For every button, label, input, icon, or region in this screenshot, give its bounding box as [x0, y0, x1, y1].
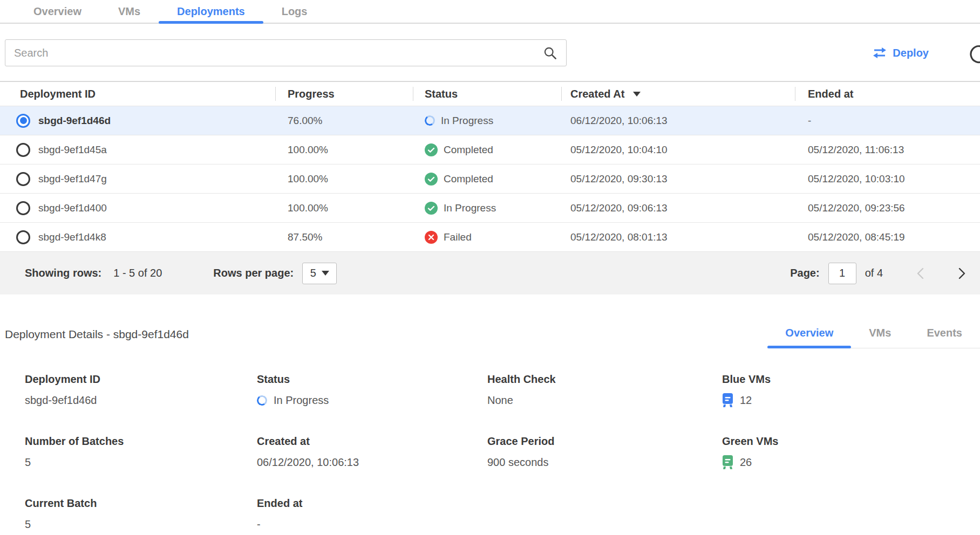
- status-label: In Progress: [444, 202, 496, 214]
- showing-rows-value: 1 - 5 of 20: [113, 267, 162, 279]
- green-vm-server-icon: [722, 455, 733, 469]
- status-label: Completed: [444, 173, 493, 185]
- details-title: Deployment Details - sbgd-9ef1d46d: [5, 328, 189, 348]
- created-at-value: 05/12/2020, 09:06:13: [561, 202, 795, 214]
- tab-vms[interactable]: VMs: [100, 0, 159, 23]
- table-row[interactable]: sbgd-9ef1d46d 76.00% In Progress 06/12/2…: [0, 106, 980, 135]
- toolbar: Deploy: [5, 39, 980, 66]
- details-tabbar: Overview VMs Events: [767, 327, 980, 348]
- ended-at-value: -: [795, 115, 980, 127]
- details-tab-vms[interactable]: VMs: [851, 327, 909, 348]
- ended-at-value: 05/12/2020, 11:06:13: [795, 144, 980, 156]
- deploy-button[interactable]: Deploy: [872, 47, 929, 59]
- field-current-batch: Current Batch 5: [25, 497, 257, 531]
- row-radio[interactable]: [16, 230, 30, 244]
- chevron-right-icon: [958, 267, 966, 280]
- refresh-icon[interactable]: [968, 44, 980, 65]
- completed-check-icon: [425, 143, 438, 156]
- search-box[interactable]: [5, 39, 567, 66]
- field-blue-vms: Blue VMs 12: [722, 373, 980, 407]
- deployment-id: sbgd-9ef1d4k8: [38, 231, 106, 243]
- rows-per-page-label: Rows per page:: [213, 267, 294, 279]
- table-footer: Showing rows: 1 - 5 of 20 Rows per page:…: [0, 251, 980, 294]
- page-number-input[interactable]: [828, 263, 856, 284]
- tab-deployments[interactable]: Deployments: [159, 0, 263, 23]
- ended-at-value: 05/12/2020, 09:23:56: [795, 202, 980, 214]
- next-page-button[interactable]: [958, 267, 966, 280]
- progress-value: 87.50%: [275, 231, 413, 243]
- in-progress-spinner-icon: [256, 394, 268, 406]
- field-number-of-batches: Number of Batches 5: [25, 435, 257, 469]
- search-icon: [543, 46, 557, 60]
- column-header-status[interactable]: Status: [413, 82, 561, 106]
- main-tabbar: Overview VMs Deployments Logs: [0, 0, 980, 24]
- table-row[interactable]: sbgd-9ef1d45a 100.00% Completed 05/12/20…: [0, 135, 980, 164]
- column-header-created-at[interactable]: Created At: [561, 82, 795, 106]
- deployments-table: Deployment ID Progress Status Created At…: [0, 81, 980, 294]
- created-at-value: 05/12/2020, 10:04:10: [561, 144, 795, 156]
- blue-vm-server-icon: [722, 393, 733, 407]
- column-header-progress[interactable]: Progress: [275, 82, 413, 106]
- failed-x-icon: [425, 231, 438, 244]
- field-ended-at: Ended at -: [257, 497, 487, 531]
- sort-caret-down-icon[interactable]: [633, 92, 641, 97]
- progress-value: 100.00%: [275, 144, 413, 156]
- ended-at-value: 05/12/2020, 08:45:19: [795, 231, 980, 243]
- field-health-check: Health Check None: [487, 373, 722, 407]
- row-radio[interactable]: [16, 172, 30, 186]
- created-at-value: 05/12/2020, 08:01:13: [561, 231, 795, 243]
- progress-value: 100.00%: [275, 202, 413, 214]
- in-progress-spinner-icon: [424, 114, 435, 126]
- details-grid: Deployment ID sbgd-9ef1d46d Status In Pr…: [0, 373, 980, 531]
- field-created-at: Created at 06/12/2020, 10:06:13: [257, 435, 487, 469]
- rows-per-page-value: 5: [310, 267, 316, 279]
- previous-page-button[interactable]: [916, 267, 924, 280]
- tab-logs[interactable]: Logs: [263, 0, 326, 23]
- table-header: Deployment ID Progress Status Created At…: [0, 81, 980, 106]
- status-label: Failed: [444, 231, 472, 243]
- rows-per-page-select[interactable]: 5: [302, 263, 337, 284]
- row-radio[interactable]: [16, 201, 30, 215]
- deployment-id: sbgd-9ef1d47g: [38, 173, 107, 185]
- tab-overview[interactable]: Overview: [15, 0, 100, 23]
- page-label: Page:: [790, 267, 819, 279]
- caret-down-icon: [322, 271, 329, 276]
- table-row[interactable]: sbgd-9ef1d4k8 87.50% Failed 05/12/2020, …: [0, 222, 980, 251]
- completed-check-icon: [425, 202, 438, 215]
- created-at-value: 06/12/2020, 10:06:13: [561, 115, 795, 127]
- status-label: Completed: [444, 144, 493, 156]
- row-radio-selected[interactable]: [16, 114, 30, 128]
- row-radio[interactable]: [16, 143, 30, 157]
- progress-value: 100.00%: [275, 173, 413, 185]
- deployment-id: sbgd-9ef1d400: [38, 202, 107, 214]
- created-at-value: 05/12/2020, 09:30:13: [561, 173, 795, 185]
- field-deployment-id: Deployment ID sbgd-9ef1d46d: [25, 373, 257, 407]
- swap-arrows-icon: [872, 47, 887, 59]
- status-label: In Progress: [441, 115, 493, 127]
- field-green-vms: Green VMs 26: [722, 435, 980, 469]
- deployment-id: sbgd-9ef1d45a: [38, 144, 107, 156]
- search-input[interactable]: [14, 47, 543, 59]
- progress-value: 76.00%: [275, 115, 413, 127]
- field-grace-period: Grace Period 900 seconds: [487, 435, 722, 469]
- deploy-button-label: Deploy: [893, 47, 929, 59]
- page-total: of 4: [865, 267, 883, 279]
- completed-check-icon: [425, 173, 438, 186]
- details-tab-events[interactable]: Events: [909, 327, 980, 348]
- table-row[interactable]: sbgd-9ef1d400 100.00% In Progress 05/12/…: [0, 193, 980, 222]
- showing-rows-label: Showing rows:: [25, 267, 101, 279]
- chevron-left-icon: [916, 267, 924, 280]
- column-header-ended-at[interactable]: Ended at: [795, 82, 980, 106]
- deployment-id: sbgd-9ef1d46d: [38, 115, 111, 127]
- column-header-deployment-id[interactable]: Deployment ID: [0, 82, 275, 106]
- field-status: Status In Progress: [257, 373, 487, 407]
- ended-at-value: 05/12/2020, 10:03:10: [795, 173, 980, 185]
- table-row[interactable]: sbgd-9ef1d47g 100.00% Completed 05/12/20…: [0, 164, 980, 193]
- details-tab-overview[interactable]: Overview: [767, 327, 851, 348]
- deployment-details-section: Deployment Details - sbgd-9ef1d46d Overv…: [0, 327, 980, 531]
